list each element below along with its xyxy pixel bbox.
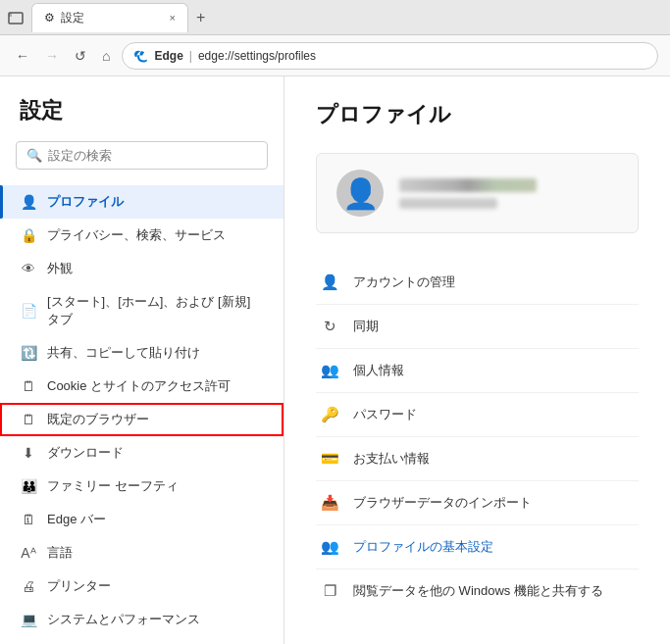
menu-item-label-sync: 同期 — [353, 318, 379, 335]
manage-account-icon: 👤 — [320, 272, 339, 292]
tab-icon: ⚙ — [44, 11, 55, 25]
sidebar-item-label-defaultbrowser: 既定のブラウザー — [47, 411, 149, 428]
profile-email-blurred — [399, 198, 497, 209]
sidebar-title: 設定 — [0, 96, 283, 141]
sidebar-item-label-start: [スタート]、[ホーム]、および [新規] タブ — [47, 293, 264, 328]
menu-item-sync[interactable]: ↻同期 — [316, 305, 639, 349]
system-nav-icon: 💻 — [20, 611, 37, 628]
forward-button[interactable]: → — [41, 44, 63, 68]
cookies-nav-icon: 🗒 — [20, 377, 37, 395]
active-tab[interactable]: ⚙ 設定 × — [31, 3, 188, 32]
profile-menu: 👤アカウントの管理↻同期👥個人情報🔑パスワード💳お支払い情報📥ブラウザーデータの… — [316, 261, 639, 613]
sidebar-item-cookies[interactable]: 🗒Cookie とサイトのアクセス許可 — [0, 370, 283, 403]
payment-icon: 💳 — [320, 449, 339, 469]
menu-item-label-personal-info: 個人情報 — [353, 362, 404, 379]
title-bar: ⚙ 設定 × + — [0, 0, 670, 35]
sidebar-item-share[interactable]: 🔃共有、コピーして貼り付け — [0, 336, 283, 370]
menu-item-share-windows[interactable]: ❐閲覧データを他の Windows 機能と共有する — [316, 570, 639, 613]
profiles-nav-icon: 👤 — [20, 193, 37, 211]
sidebar-item-downloads[interactable]: ⬇ダウンロード — [0, 436, 283, 470]
sidebar-item-system[interactable]: 💻システムとパフォーマンス — [0, 603, 283, 636]
new-tab-button[interactable]: + — [188, 5, 213, 30]
window-controls — [8, 10, 24, 25]
edgebar-nav-icon: 🗓 — [20, 511, 37, 528]
menu-item-label-import: ブラウザーデータのインポート — [353, 494, 532, 512]
tab-area: ⚙ 設定 × + — [31, 3, 662, 32]
sidebar-item-label-profiles: プロファイル — [47, 193, 124, 211]
content-area: プロファイル 👤 👤アカウントの管理↻同期👥個人情報🔑パスワード💳お支払い情報📥… — [284, 76, 670, 644]
family-nav-icon: 👪 — [20, 477, 37, 495]
menu-item-label-share-windows: 閲覧データを他の Windows 機能と共有する — [353, 582, 603, 600]
sidebar-item-label-family: ファミリー セーフティ — [47, 477, 179, 495]
profile-info — [399, 178, 618, 209]
sidebar-item-label-share: 共有、コピーして貼り付け — [47, 344, 200, 362]
basic-settings-icon: 👥 — [320, 537, 339, 557]
sidebar-item-reset[interactable]: ↻設定のリセット — [0, 636, 283, 644]
search-box[interactable]: 🔍 — [16, 141, 268, 170]
share-windows-icon: ❐ — [320, 581, 339, 601]
browser-brand: Edge — [154, 49, 182, 63]
menu-item-label-manage-account: アカウントの管理 — [353, 273, 455, 291]
avatar-icon: 👤 — [342, 176, 379, 211]
start-nav-icon: 📄 — [20, 302, 37, 320]
sidebar-item-start[interactable]: 📄[スタート]、[ホーム]、および [新規] タブ — [0, 285, 283, 336]
menu-item-label-password: パスワード — [353, 406, 417, 423]
personal-info-icon: 👥 — [320, 361, 339, 380]
address-text: Edge | edge://settings/profiles — [154, 49, 316, 63]
content-title: プロファイル — [316, 100, 639, 129]
url-path: edge://settings/profiles — [198, 49, 316, 63]
sidebar-item-defaultbrowser[interactable]: 🗒既定のブラウザー — [0, 403, 283, 436]
sidebar-item-label-cookies: Cookie とサイトのアクセス許可 — [47, 377, 231, 395]
menu-item-label-payment: お支払い情報 — [353, 450, 430, 468]
address-bar: ← → ↺ ⌂ Edge | edge://settings/profiles — [0, 35, 670, 76]
tab-title: 設定 — [61, 10, 84, 26]
menu-item-manage-account[interactable]: 👤アカウントの管理 — [316, 261, 639, 305]
nav-items-container: 👤プロファイル🔒プライバシー、検索、サービス👁外観📄[スタート]、[ホーム]、お… — [0, 185, 283, 644]
sidebar-item-label-language: 言語 — [47, 544, 73, 562]
sync-icon: ↻ — [320, 317, 339, 336]
appearance-nav-icon: 👁 — [20, 260, 37, 277]
tab-close-button[interactable]: × — [170, 12, 176, 24]
sidebar-item-label-downloads: ダウンロード — [47, 444, 124, 462]
window-icon — [8, 10, 24, 25]
address-separator: | — [189, 49, 192, 63]
menu-item-personal-info[interactable]: 👥個人情報 — [316, 349, 639, 393]
menu-item-import[interactable]: 📥ブラウザーデータのインポート — [316, 481, 639, 525]
profile-name-blurred — [399, 178, 537, 192]
defaultbrowser-nav-icon: 🗒 — [20, 411, 37, 428]
reload-button[interactable]: ↺ — [71, 44, 90, 68]
sidebar-item-label-appearance: 外観 — [47, 260, 73, 277]
address-field[interactable]: Edge | edge://settings/profiles — [122, 42, 658, 70]
sidebar-item-label-edgebar: Edge バー — [47, 511, 106, 528]
password-icon: 🔑 — [320, 405, 339, 424]
sidebar-item-family[interactable]: 👪ファミリー セーフティ — [0, 470, 283, 503]
menu-item-payment[interactable]: 💳お支払い情報 — [316, 437, 639, 481]
menu-item-basic-settings[interactable]: 👥プロファイルの基本設定 — [316, 525, 639, 570]
sidebar-item-label-printer: プリンター — [47, 577, 111, 595]
downloads-nav-icon: ⬇ — [20, 444, 37, 462]
sidebar-item-privacy[interactable]: 🔒プライバシー、検索、サービス — [0, 219, 283, 252]
main-area: 設定 🔍 👤プロファイル🔒プライバシー、検索、サービス👁外観📄[スタート]、[ホ… — [0, 76, 670, 644]
sidebar-item-profiles[interactable]: 👤プロファイル — [0, 185, 283, 219]
avatar: 👤 — [336, 170, 384, 217]
home-button[interactable]: ⌂ — [98, 44, 114, 68]
sidebar-item-printer[interactable]: 🖨プリンター — [0, 570, 283, 603]
menu-item-label-basic-settings: プロファイルの基本設定 — [353, 538, 493, 556]
sidebar-item-edgebar[interactable]: 🗓Edge バー — [0, 503, 283, 536]
sidebar-item-language[interactable]: Aᴬ言語 — [0, 536, 283, 570]
sidebar-item-label-privacy: プライバシー、検索、サービス — [47, 226, 226, 244]
search-icon: 🔍 — [26, 148, 42, 163]
share-nav-icon: 🔃 — [20, 344, 37, 362]
sidebar: 設定 🔍 👤プロファイル🔒プライバシー、検索、サービス👁外観📄[スタート]、[ホ… — [0, 76, 284, 644]
import-icon: 📥 — [320, 493, 339, 513]
sidebar-item-appearance[interactable]: 👁外観 — [0, 252, 283, 285]
language-nav-icon: Aᴬ — [20, 544, 37, 562]
edge-logo-icon — [134, 49, 148, 63]
profile-card: 👤 — [316, 153, 639, 233]
search-input[interactable] — [48, 148, 257, 163]
menu-item-password[interactable]: 🔑パスワード — [316, 393, 639, 437]
back-button[interactable]: ← — [12, 44, 33, 68]
printer-nav-icon: 🖨 — [20, 577, 37, 595]
svg-rect-1 — [9, 13, 12, 17]
sidebar-item-label-system: システムとパフォーマンス — [47, 611, 200, 628]
